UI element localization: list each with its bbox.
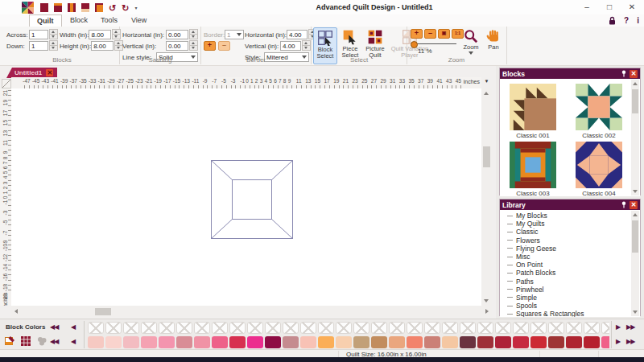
library-item[interactable]: Paths (500, 278, 640, 286)
pin-icon[interactable] (621, 70, 627, 77)
block-thumbnail-classic-001[interactable] (510, 84, 556, 130)
blocks-panel-header[interactable]: Blocks ✕ (500, 68, 640, 79)
empty-swatch[interactable] (247, 322, 263, 334)
empty-swatch[interactable] (300, 322, 316, 334)
library-item[interactable]: My Blocks (500, 212, 640, 220)
info-icon[interactable]: i (637, 16, 639, 25)
horizontal-scrollbar-thumb[interactable] (95, 308, 111, 315)
palette-prev-icon[interactable]: ◀ (71, 323, 75, 331)
library-item[interactable]: On Point (500, 261, 640, 269)
color-swatch[interactable] (495, 336, 511, 348)
color-swatch[interactable] (88, 336, 104, 348)
zoom-in-button[interactable]: + (411, 29, 423, 39)
design-canvas[interactable] (11, 88, 482, 306)
empty-swatch[interactable] (389, 322, 405, 334)
scroll-up-icon[interactable] (484, 92, 489, 95)
vertical-scrollbar-thumb[interactable] (483, 146, 490, 167)
width-input[interactable] (89, 30, 111, 39)
blocks-scrollbar-thumb[interactable] (632, 89, 638, 113)
fabric-prev-icon[interactable]: ◀ (71, 338, 75, 345)
color-swatch[interactable] (123, 336, 139, 348)
empty-swatch[interactable] (318, 322, 334, 334)
empty-swatch[interactable] (88, 322, 104, 334)
empty-swatch[interactable] (176, 322, 192, 334)
tab-quilt[interactable]: Quilt (29, 14, 62, 27)
palette-last-icon[interactable]: ▶▶ (626, 323, 634, 331)
color-swatch[interactable] (530, 336, 547, 348)
color-swatch[interactable] (212, 336, 228, 348)
blocks-panel-close-icon[interactable]: ✕ (630, 70, 638, 78)
color-swatch[interactable] (548, 336, 564, 348)
empty-swatch[interactable] (407, 322, 423, 334)
color-swatch[interactable] (407, 336, 423, 348)
block-thumbnail-classic-003[interactable] (510, 142, 556, 188)
color-swatch[interactable] (176, 336, 192, 348)
color-swatch[interactable] (247, 336, 263, 348)
blocks-panel-scrollbar[interactable] (631, 80, 639, 195)
remove-border-button[interactable]: – (218, 41, 230, 51)
empty-swatch[interactable] (105, 322, 122, 334)
color-swatch[interactable] (283, 336, 299, 348)
color-swatch[interactable] (424, 336, 440, 348)
library-item[interactable]: My Quilts (500, 220, 640, 228)
tab-view[interactable]: View (124, 14, 154, 26)
color-swatch[interactable] (159, 336, 175, 348)
border-horizontal-input[interactable] (287, 30, 308, 39)
color-swatch[interactable] (460, 336, 476, 348)
color-swatch[interactable] (477, 336, 493, 348)
color-swatch[interactable] (300, 336, 316, 348)
empty-swatch[interactable] (548, 322, 564, 334)
restore-button[interactable]: □ (601, 1, 618, 13)
empty-swatch[interactable] (477, 322, 493, 334)
empty-swatch[interactable] (212, 322, 228, 334)
edit-palette-icon[interactable] (5, 336, 14, 346)
color-swatch[interactable] (141, 336, 157, 348)
empty-swatch[interactable] (424, 322, 440, 334)
color-swatch[interactable] (371, 336, 387, 348)
palette-next-icon[interactable]: ▶ (616, 323, 620, 331)
color-swatch[interactable] (442, 336, 458, 348)
border-vertical-input[interactable] (280, 41, 301, 51)
palette-grid-icon[interactable] (21, 336, 31, 346)
empty-swatch[interactable] (495, 322, 511, 334)
ruler-corner-icon[interactable] (2, 79, 11, 88)
color-swatch[interactable] (566, 336, 582, 348)
help-icon[interactable]: ? (624, 16, 629, 25)
empty-swatch[interactable] (141, 322, 157, 334)
library-item[interactable]: Squares & Rectangles (500, 310, 640, 317)
zoom-fit-button[interactable]: ▣ (438, 29, 450, 39)
tab-block[interactable]: Block (63, 14, 95, 26)
empty-swatch[interactable] (460, 322, 476, 334)
color-swatch[interactable] (601, 336, 609, 348)
document-close-icon[interactable]: ✕ (46, 69, 53, 76)
border-count-select[interactable]: 1 (225, 30, 244, 39)
scroll-left-icon[interactable] (14, 309, 18, 314)
empty-swatch[interactable] (353, 322, 369, 334)
empty-swatch[interactable] (601, 322, 609, 334)
library-item[interactable]: Misc (500, 253, 640, 261)
scroll-down-icon[interactable] (484, 299, 489, 302)
empty-swatch[interactable] (336, 322, 352, 334)
block-thumbnail-classic-002[interactable] (576, 84, 622, 130)
empty-swatch[interactable] (442, 322, 458, 334)
color-swatch[interactable] (353, 336, 369, 348)
fabric-next-icon[interactable]: ▶ (616, 338, 620, 345)
library-item[interactable]: Flowers (500, 237, 640, 245)
empty-swatch[interactable] (229, 322, 246, 334)
quilt-wireframe[interactable] (210, 159, 294, 241)
color-swatch[interactable] (336, 336, 352, 348)
library-item[interactable]: Spools (500, 302, 640, 310)
color-swatch[interactable] (105, 336, 122, 348)
empty-swatch[interactable] (530, 322, 547, 334)
ruler-options-dropdown[interactable]: ▼ (481, 79, 492, 88)
empty-swatch[interactable] (159, 322, 175, 334)
color-swatch[interactable] (194, 336, 210, 348)
empty-swatch[interactable] (265, 322, 281, 334)
empty-swatch[interactable] (123, 322, 139, 334)
across-input[interactable] (29, 30, 48, 39)
color-swatch[interactable] (265, 336, 281, 348)
color-swatch[interactable] (389, 336, 405, 348)
empty-swatch[interactable] (584, 322, 600, 334)
library-item[interactable]: Simple (500, 294, 640, 302)
library-item[interactable]: Pinwheel (500, 286, 640, 294)
